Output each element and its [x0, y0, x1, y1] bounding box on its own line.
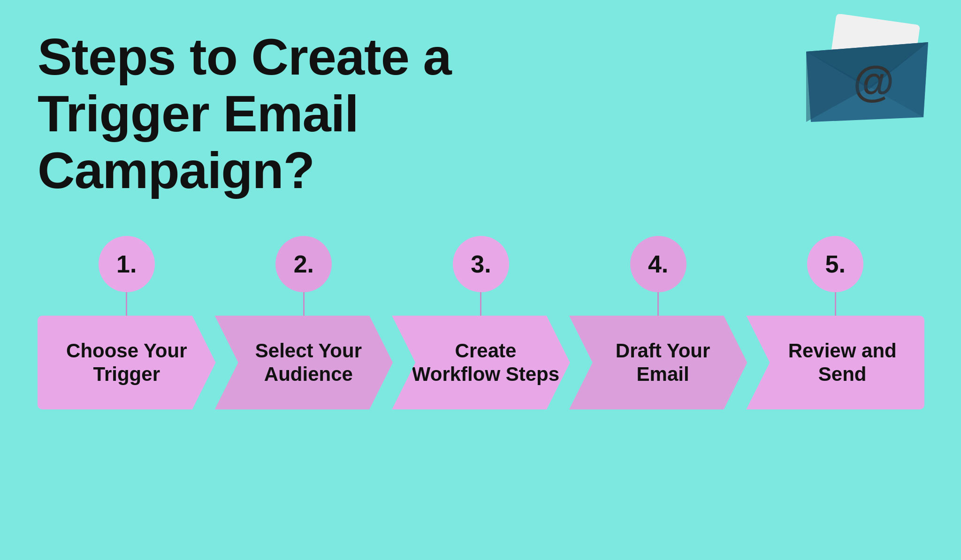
step-4-bubble: 4. [630, 236, 686, 292]
step-5-stem [835, 292, 836, 316]
step-5-number: 5. [825, 250, 845, 278]
step-2-wrapper: 2. Select Your Audience [215, 236, 393, 409]
step-5-wrapper: 5. Review and Send [746, 236, 924, 409]
step-1-label: Choose Your Trigger [38, 339, 216, 386]
step-3-number: 3. [471, 250, 491, 278]
title-section: Steps to Create a Trigger Email Campaign… [38, 28, 530, 198]
step-4-stem [657, 292, 659, 316]
step-2-number: 2. [294, 250, 314, 278]
step-3-bubble: 3. [453, 236, 509, 292]
step-1-wrapper: 1. Choose Your Trigger [38, 236, 216, 409]
step-5-label: Review and Send [746, 339, 924, 386]
step-3-label: Create Workflow Steps [392, 339, 570, 386]
step-1-arrow: Choose Your Trigger [38, 316, 216, 409]
step-5-bubble: 5. [807, 236, 863, 292]
step-4-number: 4. [648, 250, 668, 278]
step-2-bubble: 2. [275, 236, 332, 292]
email-icon: @ [801, 14, 933, 127]
page-title: Steps to Create a Trigger Email Campaign… [38, 28, 530, 198]
step-2-arrow: Select Your Audience [215, 316, 393, 409]
step-4-label: Draft Your Email [569, 339, 747, 386]
step-3-wrapper: 3. Create Workflow Steps [392, 236, 570, 409]
step-1-stem [126, 292, 127, 316]
step-5-arrow: Review and Send [746, 316, 924, 409]
step-1-number: 1. [116, 250, 137, 278]
step-4-wrapper: 4. Draft Your Email [569, 236, 747, 409]
step-1-bubble: 1. [99, 236, 155, 292]
step-2-label: Select Your Audience [215, 339, 393, 386]
step-3-stem [480, 292, 481, 316]
step-4-arrow: Draft Your Email [569, 316, 747, 409]
steps-section: 1. Choose Your Trigger 2. Select Your Au… [38, 236, 923, 409]
step-2-stem [303, 292, 305, 316]
main-container: Steps to Create a Trigger Email Campaign… [0, 0, 961, 560]
step-3-arrow: Create Workflow Steps [392, 316, 570, 409]
